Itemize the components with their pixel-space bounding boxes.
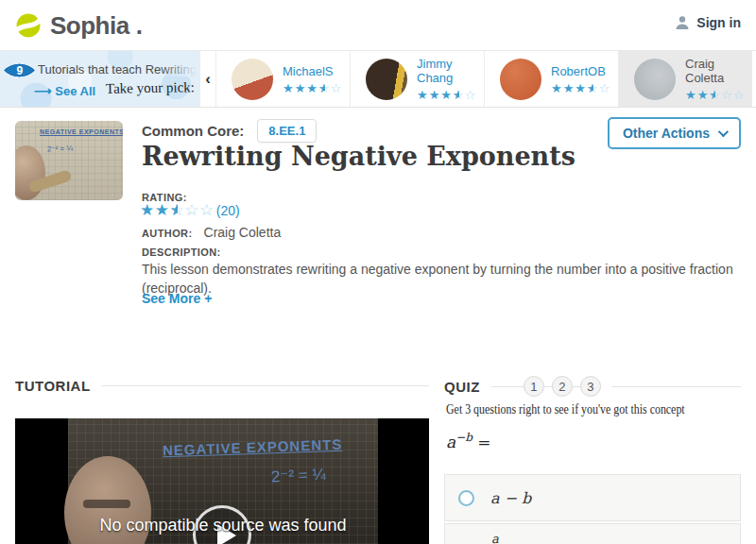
description-text: This lesson demonstrates rewriting a neg… <box>142 261 747 298</box>
author-row: AUTHOR: Craig Coletta <box>142 225 281 240</box>
tutorial-thumbnail[interactable]: NEGATIVE EXPONENTS 2⁻² = ¼ <box>15 121 123 200</box>
tutor-rating-stars: ★★★★☆☆ <box>283 82 342 94</box>
tutor-avatar <box>232 59 273 100</box>
tutorial-count-badge: 9 <box>4 55 35 86</box>
fraction-numerator: a <box>488 532 503 544</box>
rating-row: ★★★☆☆☆ (20) <box>140 202 240 218</box>
tutor-name: RobertOB <box>551 64 610 78</box>
carousel-title: Tutorials that teach Rewriting N <box>38 62 197 76</box>
quiz-instruction: Get 3 questions right to see if you've g… <box>446 402 712 417</box>
see-all-link[interactable]: ⟶ See All <box>34 84 95 98</box>
carousel-info-panel: 9 Tutorials that teach Rewriting N ⟶ See… <box>0 51 200 107</box>
video-board-equation: 2⁻² = ¼ <box>270 465 326 487</box>
author-name: Craig Coletta <box>204 225 282 240</box>
quiz-section-heading: QUIZ 1 2 3 <box>444 376 741 397</box>
standard-code-chip[interactable]: 8.EE.1 <box>257 119 317 143</box>
quiz-question-formula: a−b = <box>446 431 491 451</box>
quiz-rule-segment <box>573 386 580 387</box>
tutor-name: Craig Coletta <box>685 57 752 85</box>
page: Sophia. Sign in 9 Tutorials that teach R… <box>0 0 756 544</box>
see-more-link[interactable]: See More + <box>142 291 212 306</box>
tutorial-heading-rule <box>102 385 429 386</box>
header: Sophia. Sign in <box>0 0 756 50</box>
user-icon <box>675 15 690 30</box>
tutor-name: Jimmy Chang <box>417 57 484 85</box>
tutor-card-michaels[interactable]: MichaelS ★★★★☆☆ <box>215 51 350 107</box>
tutor-rating-stars: ★★★☆☆☆ <box>685 89 752 101</box>
page-title: Rewriting Negative Exponents <box>142 142 576 171</box>
quiz-step-3[interactable]: 3 <box>580 376 601 397</box>
quiz-rule-segment <box>491 386 524 387</box>
quiz-heading-text: QUIZ <box>444 379 480 395</box>
description-label: DESCRIPTION: <box>142 246 221 258</box>
formula-base: a <box>446 433 455 451</box>
chevron-left-icon: ‹ <box>205 70 211 89</box>
video-error-message: No compatible source was found <box>68 516 378 536</box>
tutorial-section-heading: TUTORIAL <box>15 378 429 394</box>
take-your-pick-text: Take your pick: <box>106 79 195 97</box>
video-person-glasses <box>83 500 130 508</box>
video-board-title: NEGATIVE EXPONENTS <box>163 436 343 459</box>
quiz-step-2[interactable]: 2 <box>552 376 573 397</box>
thumbnail-board-title: NEGATIVE EXPONENTS <box>40 128 123 135</box>
quiz-option-1[interactable]: a − b <box>444 474 741 521</box>
tutor-name: MichaelS <box>283 64 342 78</box>
formula-equals: = <box>477 433 490 451</box>
tutor-avatar <box>500 59 541 100</box>
chevron-down-icon <box>718 127 729 137</box>
tutor-rating-stars: ★★★★☆☆ <box>417 89 484 101</box>
tutor-rating-stars: ★★★★☆☆ <box>551 82 610 94</box>
author-label: AUTHOR: <box>142 228 193 239</box>
option-label: a − b <box>490 489 531 507</box>
carousel-next-button[interactable]: › <box>752 51 756 107</box>
other-actions-button[interactable]: Other Actions <box>608 117 741 149</box>
sophia-logo-icon <box>13 10 43 41</box>
tutor-avatar <box>634 59 676 100</box>
brand-dot: . <box>136 11 143 41</box>
sophia-logo[interactable]: Sophia. <box>13 10 143 41</box>
thumbnail-person <box>15 145 45 200</box>
option-fraction: a <box>488 532 503 544</box>
tutor-card-craig-coletta-selected[interactable]: Craig Coletta ★★★☆☆☆ <box>618 51 752 107</box>
quiz-step-1[interactable]: 1 <box>524 376 544 397</box>
carousel-prev-button[interactable]: ‹ <box>200 51 215 107</box>
common-core-row: Common Core: 8.EE.1 <box>142 119 317 143</box>
tutor-carousel: 9 Tutorials that teach Rewriting N ⟶ See… <box>0 50 756 108</box>
thumbnail-board-equation: 2⁻² = ¼ <box>47 142 74 157</box>
sign-in-button[interactable]: Sign in <box>675 15 741 30</box>
brand-name: Sophia <box>50 11 129 41</box>
common-core-label: Common Core: <box>142 123 244 139</box>
radio-button[interactable] <box>458 490 474 506</box>
rating-stars: ★★★☆☆☆ <box>140 202 215 218</box>
rating-count-link[interactable]: (20) <box>216 203 240 218</box>
quiz-heading-rule <box>612 386 741 387</box>
tutor-card-robertob[interactable]: RobertOB ★★★★☆☆ <box>484 51 618 107</box>
quiz-rule-segment <box>544 386 552 387</box>
formula-exponent: −b <box>455 431 472 444</box>
tutorial-heading-text: TUTORIAL <box>15 378 91 394</box>
tutor-card-jimmy-chang[interactable]: Jimmy Chang ★★★★☆☆ <box>350 51 484 107</box>
sign-in-label: Sign in <box>696 15 741 30</box>
quiz-option-2[interactable]: a <box>444 523 741 544</box>
see-all-arrow-icon: ⟶ <box>34 84 52 98</box>
video-player[interactable]: NEGATIVE EXPONENTS 2⁻² = ¼ No compatible… <box>15 418 429 544</box>
tutor-avatar <box>366 59 407 100</box>
